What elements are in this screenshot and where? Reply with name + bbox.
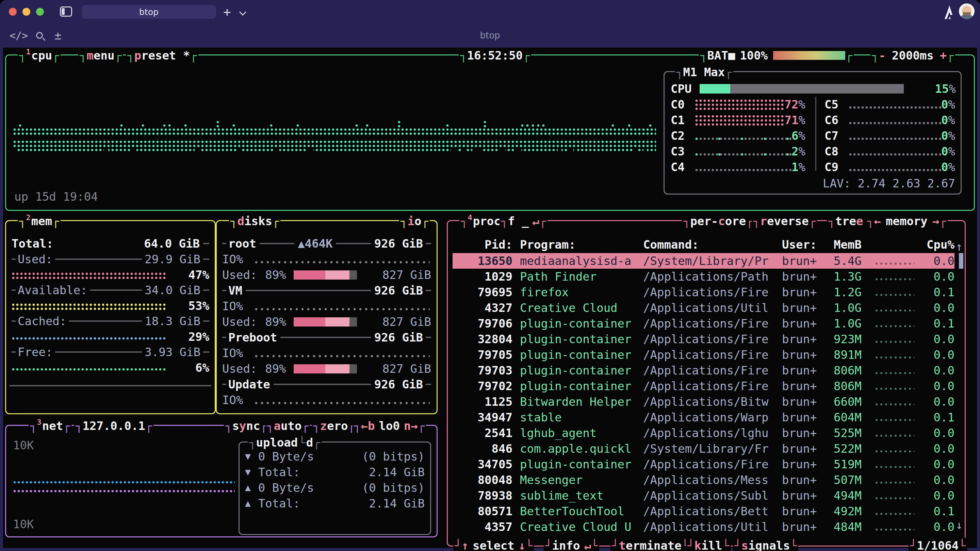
net-auto-button[interactable]: ┐auto┌ [266,418,310,433]
cpu-box: ┐1cpu┌ ┐menu┌ ┐preset *┌ ┐16:52:50┌ ┐ BA… [5,54,975,211]
io-mode-button[interactable]: ┐io┌ [399,213,430,229]
proc-header-row: Pid: Program: Command: User: MemB Cpu% [453,237,955,252]
tree-toggle[interactable]: ┐tree┌ [827,213,872,229]
disk-used-row: Used:89%827 GiB [222,314,431,330]
select-control[interactable]: ┘↑select↓└ [453,538,534,551]
interval-minus-button[interactable]: - [878,48,885,63]
disk-name-row: root▲464K926 GiB [222,236,431,251]
interval-plus-button[interactable]: + [940,48,947,63]
proc-position: ┘1/1064└ [908,538,967,551]
warp-logo-icon[interactable] [943,5,956,21]
disks-box: ┐disks┌ ┐io┌ root▲464K926 GiBIO%Used:89%… [216,220,438,414]
info-button[interactable]: ┘info↵└ [544,538,599,551]
scrollbar-thumb[interactable] [959,253,963,269]
session-title: btop [0,23,980,48]
process-row[interactable]: 80048Messenger/Applications/Messbrun+507… [453,472,955,488]
cpu-model: ┐M1 Max┌ [675,64,733,80]
net-interface-switcher[interactable]: ┐ ←b lo0 n→ ┌ [353,418,426,433]
process-row[interactable]: 79703plugin-container/Applications/Fireb… [453,362,955,378]
core-row: C60% [824,112,955,128]
net-stat-row: ▲0 Byte/s(0 bitps) [245,480,425,495]
net-stats-title[interactable]: ┐upload└d┌ [248,435,321,450]
clock: ┐16:52:50┌ [459,48,531,63]
menu-button[interactable]: ┐menu┌ [78,48,123,63]
cpu-total-meter [700,84,904,94]
core-row: C32% [671,143,805,159]
mem-meter-row: 6% [11,360,209,375]
minimize-button[interactable] [22,8,30,16]
net-box-title: ┐3net┌ [29,418,72,433]
mem-row: Available:34.0 GiB [11,282,209,298]
sort-column-switcher[interactable]: ┐ ← memory → ┌ [865,213,948,229]
cpu-total-row: CPU 15% [671,81,956,97]
terminal: ┐1cpu┌ ┐menu┌ ┐preset *┌ ┐16:52:50┌ ┐ BA… [3,48,977,548]
chevron-down-icon[interactable] [239,8,247,16]
process-row[interactable]: 1125Bitwarden Helper/Applications/Bitwbr… [453,394,955,410]
process-row[interactable]: 79706plugin-container/Applications/Fireb… [453,316,955,331]
reverse-toggle[interactable]: ┐reverse┌ [752,213,817,229]
net-sync-button[interactable]: ┐sync┌ [224,418,269,433]
disks-box-title[interactable]: ┐disks┌ [229,213,280,229]
process-row[interactable]: 846com.apple.quickl/System/Library/Frbru… [453,441,955,456]
process-row[interactable]: 34705plugin-container/Applications/Fireb… [453,456,955,472]
kill-button[interactable]: ┘kill└ [686,538,730,551]
per-core-toggle[interactable]: ┐per-core┌ [682,213,754,229]
process-row[interactable]: 79695firefox/Applications/Firebrun+1.2G0… [453,284,955,300]
maximize-button[interactable] [36,8,44,16]
net-zero-button[interactable]: ┐zero┌ [312,418,356,433]
disk-used-row: Used:89%827 GiB [222,361,431,376]
process-row[interactable]: 78938sublime_text/Applications/Sublbrun+… [453,488,955,503]
net-stat-row: ▼0 Byte/s(0 bitps) [245,449,425,464]
process-row[interactable]: 2541lghub_agent/Applications/lghubrun+52… [453,425,955,441]
process-row[interactable]: 79702plugin-container/Applications/Fireb… [453,378,955,394]
net-next-button[interactable]: n→ [404,418,418,433]
process-row[interactable]: 80571BetterTouchTool/Applications/Bettbr… [453,503,955,519]
process-row[interactable]: 4357Creative Cloud U/Applications/Utilbr… [453,519,955,535]
process-row[interactable]: 32804plugin-container/Applications/Fireb… [453,331,955,347]
net-prev-button[interactable]: ←b [361,418,375,433]
disk-io-row: IO% [222,298,431,314]
scroll-down-icon[interactable]: ↓ [956,517,963,533]
disk-io-row: IO% [222,345,431,361]
core-row: C50% [824,97,955,112]
signals-button[interactable]: ┘signals└ [733,538,798,551]
net-stat-row: ▲Total:2.14 GiB [245,495,425,511]
mem-divider [10,385,211,386]
sort-left-button[interactable]: ← [874,213,881,229]
mem-row: Used:29.9 GiB [11,251,209,267]
process-row[interactable]: 34947stable/Applications/Warpbrun+604M0.… [453,410,955,425]
update-interval-control: ┐ - 2000ms + ┌ [870,48,955,63]
proc-filter-button[interactable]: ┐f _↵┌ [500,213,547,229]
net-box: ┐3net┌ ┐127.0.0.1┌ ┐sync┌ ┐auto┌ ┐zero┌ … [5,425,438,537]
mem-row: Total:64.0 GiB [11,236,209,251]
process-row[interactable]: 13650mediaanalysisd-a/System/Library/Prb… [453,253,955,269]
net-interface: lo0 [379,418,399,433]
core-row: C41% [671,159,805,175]
process-row[interactable]: 4327Creative Cloud/Applications/Utilbrun… [453,300,955,316]
core-row: C26% [671,128,805,143]
preset-button[interactable]: ┐preset *┌ [126,48,198,63]
avatar[interactable] [959,3,975,19]
sort-right-button[interactable]: → [932,213,939,229]
cpu-usage-graph [13,120,656,157]
net-stat-row: ▼Total:2.14 GiB [245,464,425,480]
core-row: C171% [671,112,805,128]
mem-box: ┐2mem┌ Total:64.0 GiBUsed:29.9 GiB47%Ava… [5,220,216,414]
core-column-divider [815,97,816,171]
mem-meter-row: 29% [11,329,209,345]
close-button[interactable] [9,8,17,16]
tab-btop[interactable]: btop [82,5,216,19]
process-row[interactable]: 79705plugin-container/Applications/Fireb… [453,347,955,362]
process-row[interactable]: 1029Path Finder/Applications/Pathbrun+1.… [453,269,955,284]
disk-name-row: VM926 GiB [222,283,431,298]
disk-used-row: Used:89%827 GiB [222,267,431,283]
sidebar-toggle-icon[interactable] [60,6,72,17]
battery-meter [773,51,845,60]
tab-title: btop [139,7,159,17]
scroll-up-icon[interactable]: ↑ [956,239,963,254]
new-tab-button[interactable]: + [223,5,231,19]
terminate-button[interactable]: ┘terminate└ [611,538,690,551]
core-row: C90% [824,159,955,175]
cpu-box-title: ┐1cpu┌ [18,48,60,63]
mem-meter-row: 47% [11,267,209,283]
